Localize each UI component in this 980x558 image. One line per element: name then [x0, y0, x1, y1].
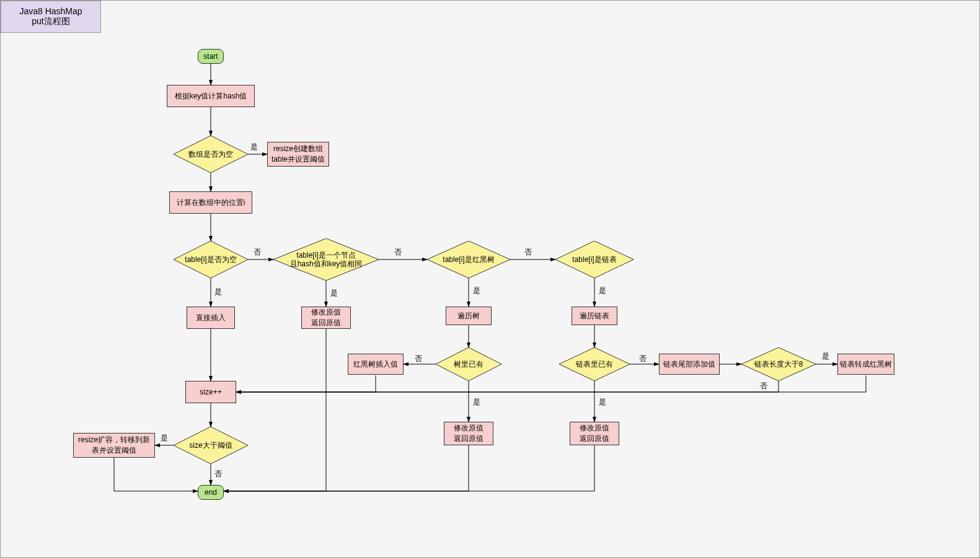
rb-insert: 红黑树插入值: [348, 354, 404, 375]
label-yes: 是: [473, 397, 480, 408]
traverse-tree: 遍历树: [446, 307, 492, 325]
label-no: 否: [760, 381, 767, 391]
start-node: start: [198, 49, 224, 64]
flowchart-canvas: Java8 HashMap put流程图: [0, 0, 980, 558]
label-yes: 是: [161, 433, 168, 443]
is-rbtree-decision: table[i]是红黑树: [427, 241, 510, 278]
edges-layer: [1, 1, 980, 558]
modify-return-3: 修改原值 返回原值: [570, 422, 619, 445]
label-yes: 是: [250, 142, 258, 152]
label-no: 否: [394, 247, 402, 258]
size-gt-decision: size大于阈值: [174, 427, 248, 464]
modify-return-1: 修改原值 返回原值: [301, 307, 351, 329]
direct-insert: 直接插入: [187, 307, 235, 329]
label-no: 否: [415, 354, 422, 364]
end-node: end: [198, 485, 224, 500]
traverse-list: 遍历链表: [572, 307, 617, 325]
label-yes: 是: [330, 288, 338, 299]
label-yes: 是: [599, 286, 606, 296]
label-yes: 是: [473, 286, 480, 296]
list-len-gt8-decision: 链表长度大于8: [741, 347, 816, 381]
calc-hash: 根据key值计算hash值: [167, 85, 255, 107]
diagram-title: Java8 HashMap put流程图: [1, 1, 101, 33]
list-to-rb: 链表转成红黑树: [837, 354, 894, 375]
label-no: 否: [214, 469, 222, 479]
list-has-decision: 链表里已有: [559, 347, 630, 381]
tree-has-decision: 树里已有: [436, 347, 501, 381]
label-yes: 是: [822, 351, 829, 362]
list-append: 链表尾部添加值: [659, 354, 720, 375]
modify-return-2: 修改原值 返回原值: [444, 422, 493, 445]
label-no: 否: [639, 354, 647, 364]
array-empty-decision: 数组是否为空: [174, 136, 248, 173]
label-no: 否: [524, 247, 532, 258]
label-no: 否: [254, 247, 261, 258]
same-node-decision: table[i]是一个节点 且hash值和key值相同: [273, 238, 379, 281]
calc-index: 计算在数组中的位置i: [169, 191, 252, 214]
resize-create: resize创建数组 table并设置阈值: [267, 142, 329, 167]
label-yes: 是: [599, 397, 606, 408]
table-i-empty-decision: table[i]是否为空: [174, 241, 248, 278]
resize-expand: resize扩容，转移到新 表并设置阈值: [73, 433, 155, 458]
size-plus: size++: [185, 381, 236, 403]
label-yes: 是: [214, 287, 222, 297]
is-list-decision: table[i]是链表: [555, 241, 633, 278]
